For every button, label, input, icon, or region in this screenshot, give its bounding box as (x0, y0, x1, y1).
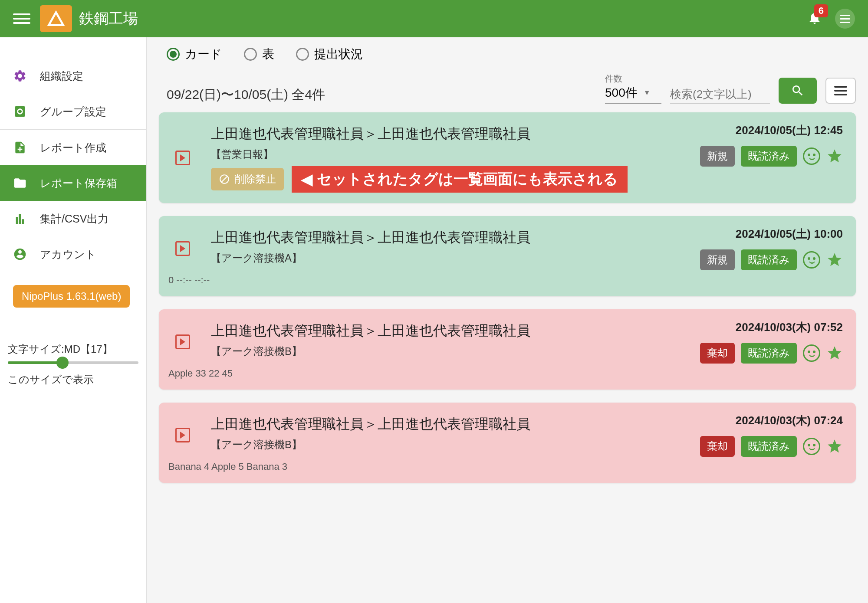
report-card[interactable]: 上田進也代表管理職社員＞上田進也代表管理職社員 【アーク溶接機B】 2024/1… (159, 403, 856, 483)
forbidden-icon (219, 174, 230, 185)
version-button[interactable]: NipoPlus 1.63.1(web) (13, 285, 130, 308)
chevron-down-icon: ▼ (644, 89, 651, 97)
status-chip-read: 既読済み (741, 343, 797, 364)
font-size-slider[interactable] (8, 361, 138, 364)
sidebar-item-label: レポート保存箱 (40, 176, 117, 190)
report-title: 上田進也代表管理職社員＞上田進也代表管理職社員 (211, 320, 643, 342)
search-input[interactable] (670, 86, 770, 104)
view-mode-toggles: カード 表 提出状況 (159, 46, 856, 62)
report-card[interactable]: 上田進也代表管理職社員＞上田進也代表管理職社員 【アーク溶接機B】 2024/1… (159, 309, 856, 390)
notification-badge: 6 (814, 4, 828, 17)
status-chip-read: 既読済み (741, 249, 797, 270)
bar-chart-icon (12, 211, 28, 226)
status-chip-read: 既読済み (741, 436, 797, 457)
sidebar-item-group-settings[interactable]: グループ設定 (0, 94, 146, 129)
settings-app-icon (12, 104, 28, 119)
report-footer-note: Banana 4 Apple 5 Banana 3 (168, 461, 843, 472)
sidebar-item-label: グループ設定 (40, 105, 106, 119)
play-icon[interactable] (175, 151, 190, 165)
report-title: 上田進也代表管理職社員＞上田進也代表管理職社員 (211, 123, 643, 145)
play-icon[interactable] (175, 241, 190, 256)
star-icon[interactable] (826, 252, 843, 268)
filter-row: 09/22(日)〜10/05(土) 全4件 件数 500件▼ (159, 73, 856, 104)
count-selector[interactable]: 件数 500件▼ (605, 73, 661, 104)
gear-icon (12, 68, 28, 84)
play-icon[interactable] (175, 428, 190, 442)
account-icon (12, 246, 28, 262)
report-card[interactable]: 上田進也代表管理職社員＞上田進也代表管理職社員 【営業日報】 削除禁止 セットさ… (159, 112, 856, 203)
status-chip-read: 既読済み (741, 146, 797, 167)
font-apply-button[interactable]: このサイズで表示 (8, 373, 138, 387)
sidebar-item-label: 集計/CSV出力 (40, 212, 108, 226)
report-date: 2024/10/03(木) 07:24 (661, 413, 843, 428)
sidebar-item-label: アカウント (40, 247, 96, 262)
play-icon[interactable] (175, 334, 190, 349)
star-icon[interactable] (826, 148, 843, 164)
triangle-icon (46, 9, 66, 28)
report-title: 上田進也代表管理職社員＞上田進也代表管理職社員 (211, 226, 643, 249)
notifications-button[interactable]: 6 (807, 10, 822, 27)
report-template-name: 【アーク溶接機A】 (211, 251, 643, 265)
folder-icon (12, 175, 28, 191)
app-header: 鉄鋼工場 6 (0, 0, 868, 37)
report-footer-note: 0 --:-- --:-- (168, 275, 843, 286)
status-chip-1: 新規 (700, 146, 735, 167)
sidebar-item-report-box[interactable]: レポート保存箱 (0, 165, 146, 201)
face-icon[interactable] (803, 344, 820, 362)
sidebar: 組織設定 グループ設定 レポート作成 レポート保存箱 集計/CSV出力 アカウン… (0, 37, 147, 603)
search-button[interactable] (779, 78, 817, 104)
menu-toggle-right[interactable] (835, 9, 855, 29)
callout-annotation: セットされたタグは一覧画面にも表示される (292, 166, 628, 193)
search-icon (791, 84, 805, 98)
font-size-label: 文字サイズ:MD【17】 (8, 342, 138, 356)
star-icon[interactable] (826, 345, 843, 361)
date-range-label[interactable]: 09/22(日)〜10/05(土) 全4件 (167, 86, 325, 104)
menu-toggle-left[interactable] (13, 10, 30, 27)
report-footer-note: Apple 33 22 45 (168, 368, 843, 379)
star-icon[interactable] (826, 438, 843, 455)
report-card[interactable]: 上田進也代表管理職社員＞上田進也代表管理職社員 【アーク溶接機A】 2024/1… (159, 216, 856, 296)
face-icon[interactable] (803, 251, 820, 269)
sidebar-item-account[interactable]: アカウント (0, 236, 146, 272)
report-template-name: 【アーク溶接機B】 (211, 344, 643, 358)
report-date: 2024/10/05(土) 12:45 (661, 123, 843, 138)
sidebar-item-label: 組織設定 (40, 69, 83, 83)
view-mode-table[interactable]: 表 (244, 46, 274, 62)
sidebar-item-org-settings[interactable]: 組織設定 (0, 58, 146, 94)
report-template-name: 【営業日報】 (211, 147, 643, 161)
report-date: 2024/10/05(土) 10:00 (661, 226, 843, 242)
view-mode-card[interactable]: カード (167, 46, 222, 62)
status-chip-1: 棄却 (700, 343, 735, 364)
report-date: 2024/10/03(木) 07:52 (661, 320, 843, 335)
sidebar-item-csv[interactable]: 集計/CSV出力 (0, 201, 146, 236)
app-logo[interactable] (40, 5, 72, 32)
view-mode-status[interactable]: 提出状況 (296, 46, 363, 62)
sidebar-item-report-create[interactable]: レポート作成 (0, 130, 146, 165)
file-plus-icon (12, 140, 28, 155)
sidebar-item-label: レポート作成 (40, 141, 106, 155)
face-icon[interactable] (803, 438, 820, 455)
app-title: 鉄鋼工場 (79, 9, 138, 29)
main-content: カード 表 提出状況 09/22(日)〜10/05(土) 全4件 件数 500件… (147, 37, 868, 505)
more-options-button[interactable] (825, 78, 856, 104)
status-chip-1: 棄却 (700, 436, 735, 457)
face-icon[interactable] (803, 147, 820, 165)
status-chip-1: 新規 (700, 249, 735, 270)
report-title: 上田進也代表管理職社員＞上田進也代表管理職社員 (211, 413, 643, 435)
tag-delete-forbidden: 削除禁止 (211, 168, 284, 190)
report-template-name: 【アーク溶接機B】 (211, 438, 643, 452)
